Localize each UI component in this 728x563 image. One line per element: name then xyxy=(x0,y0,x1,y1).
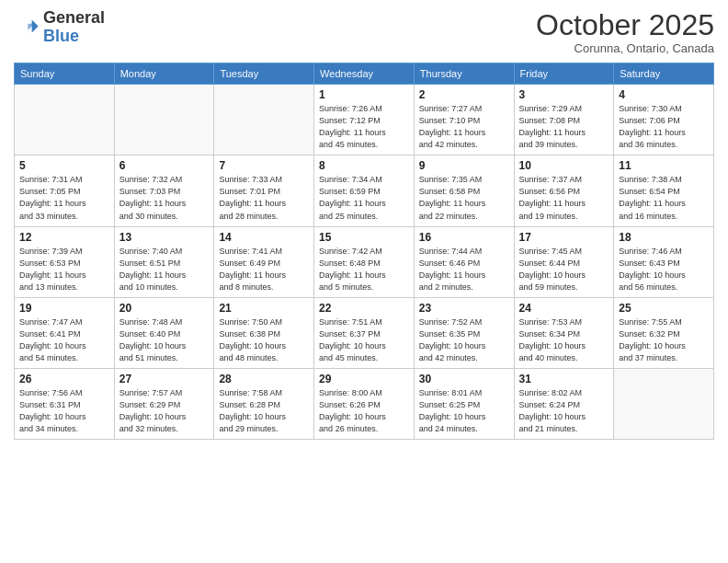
table-row: 7Sunrise: 7:33 AMSunset: 7:01 PMDaylight… xyxy=(214,155,314,226)
table-row: 22Sunrise: 7:51 AMSunset: 6:37 PMDayligh… xyxy=(314,297,415,368)
table-row: 12Sunrise: 7:39 AMSunset: 6:53 PMDayligh… xyxy=(15,226,115,297)
day-info: Sunrise: 7:39 AMSunset: 6:53 PMDaylight:… xyxy=(19,246,109,293)
day-number: 19 xyxy=(19,302,109,315)
table-row: 6Sunrise: 7:32 AMSunset: 7:03 PMDaylight… xyxy=(114,155,214,226)
logo-icon xyxy=(14,15,40,40)
col-thursday: Thursday xyxy=(414,63,514,85)
day-info: Sunrise: 7:55 AMSunset: 6:32 PMDaylight:… xyxy=(619,316,709,364)
table-row: 14Sunrise: 7:41 AMSunset: 6:49 PMDayligh… xyxy=(214,226,314,297)
day-info: Sunrise: 7:35 AMSunset: 6:58 PMDaylight:… xyxy=(419,174,509,222)
day-number: 5 xyxy=(19,159,109,172)
day-info: Sunrise: 8:02 AMSunset: 6:24 PMDaylight:… xyxy=(519,387,609,435)
day-info: Sunrise: 7:30 AMSunset: 7:06 PMDaylight:… xyxy=(619,103,709,151)
day-number: 12 xyxy=(19,231,109,244)
day-info: Sunrise: 7:44 AMSunset: 6:46 PMDaylight:… xyxy=(419,246,509,293)
table-row: 13Sunrise: 7:40 AMSunset: 6:51 PMDayligh… xyxy=(114,226,214,297)
table-row: 17Sunrise: 7:45 AMSunset: 6:44 PMDayligh… xyxy=(514,226,614,297)
day-info: Sunrise: 7:34 AMSunset: 6:59 PMDaylight:… xyxy=(319,174,409,222)
day-info: Sunrise: 7:56 AMSunset: 6:31 PMDaylight:… xyxy=(19,387,109,435)
table-row: 9Sunrise: 7:35 AMSunset: 6:58 PMDaylight… xyxy=(414,155,514,226)
day-info: Sunrise: 7:33 AMSunset: 7:01 PMDaylight:… xyxy=(219,174,309,222)
title-block: October 2025 Corunna, Ontario, Canada xyxy=(536,9,714,55)
calendar-week-1: 1Sunrise: 7:26 AMSunset: 7:12 PMDaylight… xyxy=(15,85,714,155)
col-friday: Friday xyxy=(514,63,614,85)
calendar-week-5: 26Sunrise: 7:56 AMSunset: 6:31 PMDayligh… xyxy=(15,368,714,439)
day-number: 17 xyxy=(519,231,609,244)
table-row: 20Sunrise: 7:48 AMSunset: 6:40 PMDayligh… xyxy=(114,297,214,368)
day-number: 7 xyxy=(219,159,309,172)
day-number: 20 xyxy=(119,302,210,315)
day-info: Sunrise: 7:32 AMSunset: 7:03 PMDaylight:… xyxy=(119,174,210,222)
day-number: 15 xyxy=(319,231,409,244)
table-row: 23Sunrise: 7:52 AMSunset: 6:35 PMDayligh… xyxy=(414,297,514,368)
table-row xyxy=(114,85,214,155)
day-info: Sunrise: 7:47 AMSunset: 6:41 PMDaylight:… xyxy=(19,316,109,364)
col-tuesday: Tuesday xyxy=(214,63,314,85)
day-number: 14 xyxy=(219,231,309,244)
day-info: Sunrise: 7:26 AMSunset: 7:12 PMDaylight:… xyxy=(319,103,409,151)
day-number: 29 xyxy=(319,373,409,385)
day-number: 22 xyxy=(319,302,409,315)
table-row: 21Sunrise: 7:50 AMSunset: 6:38 PMDayligh… xyxy=(214,297,314,368)
day-info: Sunrise: 7:41 AMSunset: 6:49 PMDaylight:… xyxy=(219,246,309,293)
day-number: 4 xyxy=(619,88,709,101)
day-number: 26 xyxy=(19,373,109,385)
logo-general-text: General xyxy=(43,8,105,27)
calendar-header-row: Sunday Monday Tuesday Wednesday Thursday… xyxy=(15,63,714,85)
svg-marker-0 xyxy=(32,19,39,32)
day-number: 28 xyxy=(219,373,309,385)
table-row: 31Sunrise: 8:02 AMSunset: 6:24 PMDayligh… xyxy=(514,368,614,439)
logo: General Blue xyxy=(14,9,105,46)
day-number: 18 xyxy=(619,231,709,244)
day-number: 23 xyxy=(419,302,509,315)
day-info: Sunrise: 7:58 AMSunset: 6:28 PMDaylight:… xyxy=(219,387,309,435)
day-number: 30 xyxy=(419,373,509,385)
col-saturday: Saturday xyxy=(614,63,714,85)
day-info: Sunrise: 7:57 AMSunset: 6:29 PMDaylight:… xyxy=(119,387,210,435)
col-wednesday: Wednesday xyxy=(314,63,415,85)
day-number: 6 xyxy=(119,159,210,172)
day-info: Sunrise: 8:00 AMSunset: 6:26 PMDaylight:… xyxy=(319,387,409,435)
month-title: October 2025 xyxy=(536,9,714,41)
table-row: 10Sunrise: 7:37 AMSunset: 6:56 PMDayligh… xyxy=(514,155,614,226)
table-row xyxy=(214,85,314,155)
table-row xyxy=(15,85,115,155)
table-row: 29Sunrise: 8:00 AMSunset: 6:26 PMDayligh… xyxy=(314,368,415,439)
day-info: Sunrise: 7:53 AMSunset: 6:34 PMDaylight:… xyxy=(519,316,609,364)
day-info: Sunrise: 7:48 AMSunset: 6:40 PMDaylight:… xyxy=(119,316,210,364)
day-number: 2 xyxy=(419,88,509,101)
day-number: 27 xyxy=(119,373,210,385)
day-info: Sunrise: 7:46 AMSunset: 6:43 PMDaylight:… xyxy=(619,246,709,293)
table-row: 27Sunrise: 7:57 AMSunset: 6:29 PMDayligh… xyxy=(114,368,214,439)
table-row: 30Sunrise: 8:01 AMSunset: 6:25 PMDayligh… xyxy=(414,368,514,439)
day-info: Sunrise: 7:40 AMSunset: 6:51 PMDaylight:… xyxy=(119,246,210,293)
table-row: 28Sunrise: 7:58 AMSunset: 6:28 PMDayligh… xyxy=(214,368,314,439)
day-number: 21 xyxy=(219,302,309,315)
col-monday: Monday xyxy=(114,63,214,85)
calendar-week-4: 19Sunrise: 7:47 AMSunset: 6:41 PMDayligh… xyxy=(15,297,714,368)
day-number: 31 xyxy=(519,373,609,385)
day-info: Sunrise: 7:31 AMSunset: 7:05 PMDaylight:… xyxy=(19,174,109,222)
subtitle: Corunna, Ontario, Canada xyxy=(536,41,714,55)
col-sunday: Sunday xyxy=(15,63,115,85)
table-row: 18Sunrise: 7:46 AMSunset: 6:43 PMDayligh… xyxy=(614,226,714,297)
day-number: 11 xyxy=(619,159,709,172)
table-row: 24Sunrise: 7:53 AMSunset: 6:34 PMDayligh… xyxy=(514,297,614,368)
day-info: Sunrise: 7:52 AMSunset: 6:35 PMDaylight:… xyxy=(419,316,509,364)
table-row: 16Sunrise: 7:44 AMSunset: 6:46 PMDayligh… xyxy=(414,226,514,297)
table-row: 3Sunrise: 7:29 AMSunset: 7:08 PMDaylight… xyxy=(514,85,614,155)
day-number: 13 xyxy=(119,231,210,244)
table-row xyxy=(614,368,714,439)
table-row: 19Sunrise: 7:47 AMSunset: 6:41 PMDayligh… xyxy=(15,297,115,368)
table-row: 26Sunrise: 7:56 AMSunset: 6:31 PMDayligh… xyxy=(15,368,115,439)
day-number: 25 xyxy=(619,302,709,315)
day-number: 16 xyxy=(419,231,509,244)
day-info: Sunrise: 7:29 AMSunset: 7:08 PMDaylight:… xyxy=(519,103,609,151)
day-number: 24 xyxy=(519,302,609,315)
calendar-week-3: 12Sunrise: 7:39 AMSunset: 6:53 PMDayligh… xyxy=(15,226,714,297)
calendar-week-2: 5Sunrise: 7:31 AMSunset: 7:05 PMDaylight… xyxy=(15,155,714,226)
day-info: Sunrise: 7:27 AMSunset: 7:10 PMDaylight:… xyxy=(419,103,509,151)
day-number: 9 xyxy=(419,159,509,172)
calendar-table: Sunday Monday Tuesday Wednesday Thursday… xyxy=(14,63,714,440)
header: General Blue October 2025 Corunna, Ontar… xyxy=(14,9,714,55)
